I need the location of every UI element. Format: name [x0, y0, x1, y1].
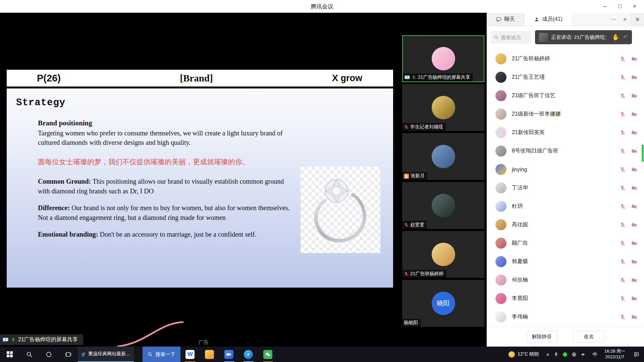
mic-muted-icon[interactable] — [620, 111, 626, 117]
member-list-scrollbar[interactable] — [642, 144, 644, 162]
edge-taskbar-icon[interactable]: e — [239, 347, 258, 362]
member-row[interactable]: jinying — [487, 160, 644, 179]
gesture-icon[interactable]: ✋ — [612, 34, 619, 41]
action-center-button[interactable] — [629, 352, 644, 357]
show-hidden-icons-chevron[interactable]: ∧ — [546, 352, 549, 357]
member-row[interactable]: 8号张翔21级广告班 — [487, 142, 644, 160]
mic-muted-icon[interactable] — [620, 93, 626, 99]
panel-search-row: 正在讲话: 21广告杨烨瑄; ✋ ↶ — [487, 26, 644, 48]
camera-off-icon[interactable] — [631, 74, 637, 80]
maximize-button[interactable]: □ — [612, 0, 627, 13]
mic-muted-icon[interactable] — [620, 259, 626, 265]
ie-taskbar-button[interactable]: e 重温经典网站最新... — [78, 347, 134, 362]
reply-arrow-icon[interactable]: ↶ — [623, 34, 628, 41]
camera-off-icon[interactable] — [631, 130, 637, 136]
weather-text: 12°C 晴朗 — [518, 351, 539, 357]
member-row[interactable]: 何欣楠 — [487, 271, 644, 289]
video-thumbnail[interactable]: 赵雯雯 — [402, 182, 484, 229]
video-thumbnail[interactable]: 学生记者刘璐瑶 — [402, 84, 484, 131]
weather-widget[interactable]: 12°C 晴朗 — [504, 351, 543, 358]
member-name: 韩夏蝶 — [512, 258, 528, 265]
task-view-button[interactable] — [58, 347, 78, 362]
volume-icon[interactable] — [581, 352, 586, 357]
mic-muted-icon[interactable] — [620, 148, 626, 154]
video-label: 张新月 — [402, 172, 427, 180]
search-bar-button[interactable]: 搜索一下 — [143, 347, 180, 362]
member-search-box[interactable] — [491, 31, 531, 44]
member-row[interactable]: 韩夏蝶 — [487, 252, 644, 271]
avatar: 晓阳 — [432, 292, 455, 315]
camera-off-icon[interactable] — [631, 240, 637, 246]
video-name: 学生记者刘璐瑶 — [410, 124, 443, 130]
mic-on-icon — [11, 337, 16, 342]
mic-muted-icon[interactable] — [620, 296, 626, 302]
member-row[interactable]: 高佳妮 — [487, 216, 644, 234]
close-panel-button[interactable]: × — [619, 16, 631, 23]
start-button[interactable] — [0, 347, 19, 362]
member-list[interactable]: 21广告班杨婷婷 21广告王艺瑾 21级广告班丁 — [487, 48, 644, 326]
notification-icon — [634, 352, 639, 357]
member-row[interactable]: 杜玥 — [487, 197, 644, 216]
camera-off-icon[interactable] — [631, 56, 637, 62]
video-thumbnail[interactable]: 21广告班杨婷婷 — [402, 231, 484, 278]
member-row[interactable]: 21新传田英英 — [487, 123, 644, 142]
video-thumbnail[interactable]: 张新月 — [402, 133, 484, 180]
video-thumbnail[interactable]: 晓阳 杨晓阳 — [402, 280, 484, 327]
mic-muted-icon[interactable] — [620, 167, 626, 173]
member-row[interactable]: 顾广欣 — [487, 234, 644, 252]
mic-muted-icon[interactable] — [620, 185, 626, 191]
camera-off-icon[interactable] — [631, 111, 637, 117]
member-row[interactable]: 21级广告班丁佳艺 — [487, 86, 644, 105]
member-row[interactable]: 21级新传一班李娜娜 — [487, 105, 644, 123]
camera-off-icon[interactable] — [631, 277, 637, 283]
mic-muted-icon[interactable] — [620, 314, 626, 320]
tray-mic-icon[interactable] — [554, 352, 558, 357]
close-button[interactable]: × — [627, 0, 642, 13]
mic-muted-icon — [404, 125, 409, 129]
mic-muted-icon[interactable] — [620, 56, 626, 62]
mic-muted-icon[interactable] — [620, 277, 626, 283]
taskbar-clock[interactable]: 16:26 周一 2022/11/7 — [601, 349, 629, 360]
camera-off-icon[interactable] — [631, 296, 637, 302]
camera-off-icon[interactable] — [631, 185, 637, 191]
camera-off-icon[interactable] — [631, 167, 637, 173]
taskbar-search-button[interactable] — [19, 347, 39, 362]
meeting-taskbar-icon[interactable] — [219, 347, 239, 362]
member-name: 李伟楠 — [512, 313, 528, 320]
mic-muted-icon[interactable] — [620, 222, 626, 228]
wechat-taskbar-icon[interactable] — [258, 347, 278, 362]
app-taskbar-icon[interactable] — [200, 347, 219, 362]
minimize-button[interactable]: – — [598, 0, 612, 13]
tray-green-status-icon[interactable] — [563, 352, 567, 357]
input-method-indicator[interactable]: 中 — [589, 351, 601, 358]
screen-share-stage: P(26) [Brand] X grow Strategy Brand posi… — [0, 13, 400, 347]
camera-off-icon[interactable] — [631, 93, 637, 99]
more-options-button[interactable]: ⋯ — [608, 15, 619, 23]
cortana-button[interactable] — [39, 347, 58, 362]
member-row[interactable]: 李伟楠 — [487, 308, 644, 326]
camera-off-icon[interactable] — [631, 259, 637, 265]
panel-menu-button[interactable]: ≡ — [631, 13, 644, 26]
video-thumbnail-sharer[interactable]: 21广告杨烨瑄的屏幕共享 — [402, 35, 484, 82]
member-search-input[interactable] — [501, 35, 528, 40]
member-avatar — [495, 182, 506, 193]
mic-muted-icon[interactable] — [620, 130, 626, 136]
tab-chat[interactable]: 聊天 — [487, 13, 525, 26]
mic-muted-icon[interactable] — [620, 74, 626, 80]
camera-off-icon[interactable] — [631, 148, 637, 154]
mic-muted-icon[interactable] — [620, 240, 626, 246]
camera-off-icon[interactable] — [631, 222, 637, 228]
member-row[interactable]: 21广告班杨婷婷 — [487, 50, 644, 68]
rename-button[interactable]: 改名 — [574, 331, 604, 343]
brand-positioning-text: Targeting women who prefer to consume th… — [38, 128, 296, 147]
mic-muted-icon[interactable] — [620, 203, 626, 209]
network-icon[interactable] — [572, 352, 577, 357]
camera-off-icon[interactable] — [631, 203, 637, 209]
tab-members[interactable]: 成员(41) — [525, 13, 572, 26]
unmute-button[interactable]: 解除静音 — [527, 331, 557, 343]
member-row[interactable]: 李晨阳 — [487, 289, 644, 308]
wps-taskbar-icon[interactable]: W — [180, 347, 200, 362]
member-row[interactable]: 21广告王艺瑾 — [487, 68, 644, 86]
camera-off-icon[interactable] — [631, 314, 637, 320]
member-row[interactable]: 丁洁华 — [487, 179, 644, 197]
